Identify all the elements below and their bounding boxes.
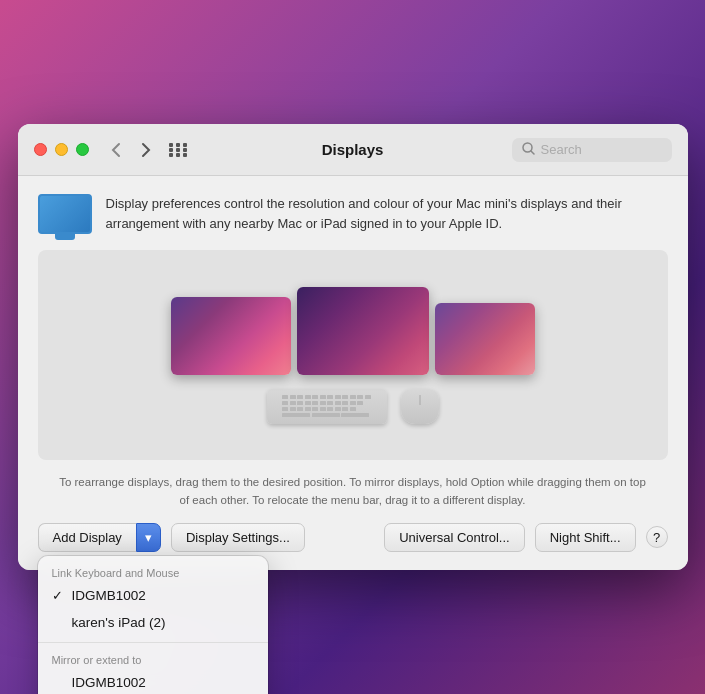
hint-text: To rearrange displays, drag them to the … — [38, 474, 668, 509]
add-display-group: Add Display ▾ Link Keyboard and Mouse ✓ … — [38, 523, 161, 552]
svg-rect-8 — [183, 153, 187, 157]
svg-rect-2 — [183, 143, 187, 147]
svg-rect-6 — [169, 153, 173, 157]
back-button[interactable] — [105, 139, 127, 161]
description-text: Display preferences control the resoluti… — [106, 194, 668, 233]
search-bar[interactable]: Search — [512, 138, 672, 162]
help-button[interactable]: ? — [646, 526, 668, 548]
svg-rect-3 — [169, 148, 173, 152]
forward-button[interactable] — [135, 139, 157, 161]
night-shift-button[interactable]: Night Shift... — [535, 523, 636, 552]
mirror-section: Mirror or extend to IDGMB1002 [LG] webOS… — [38, 642, 268, 694]
display-wallpaper-center — [297, 287, 429, 375]
mouse-icon — [401, 389, 439, 424]
window-title: Displays — [322, 141, 384, 158]
minimize-button[interactable] — [55, 143, 68, 156]
link-item-karens-ipad-2[interactable]: karen's iPad (2) — [38, 609, 268, 636]
mirror-item-idgmb1002[interactable]: IDGMB1002 — [38, 669, 268, 694]
svg-rect-7 — [176, 153, 180, 157]
titlebar: Displays Search — [18, 124, 688, 176]
svg-rect-1 — [176, 143, 180, 147]
add-display-dropdown-button[interactable]: ▾ — [136, 523, 161, 552]
mirror-section-header: Mirror or extend to — [38, 649, 268, 669]
universal-control-button[interactable]: Universal Control... — [384, 523, 525, 552]
check-icon: ✓ — [52, 588, 68, 603]
search-icon — [522, 142, 535, 158]
dropdown-chevron-icon: ▾ — [145, 530, 152, 545]
display-area — [38, 250, 668, 460]
accessories — [267, 389, 439, 424]
display-icon — [38, 194, 92, 234]
displays-container — [171, 287, 535, 375]
display-wallpaper-left — [171, 297, 291, 375]
svg-rect-0 — [169, 143, 173, 147]
traffic-lights — [34, 143, 89, 156]
description-row: Display preferences control the resoluti… — [38, 194, 668, 234]
display-right[interactable] — [435, 303, 535, 375]
bottom-toolbar: Add Display ▾ Link Keyboard and Mouse ✓ … — [38, 523, 668, 552]
link-section-header: Link Keyboard and Mouse — [38, 562, 268, 582]
close-button[interactable] — [34, 143, 47, 156]
nav-buttons — [105, 139, 157, 161]
svg-rect-4 — [176, 148, 180, 152]
svg-rect-5 — [183, 148, 187, 152]
keyboard-icon — [267, 389, 387, 424]
maximize-button[interactable] — [76, 143, 89, 156]
add-display-button[interactable]: Add Display — [38, 523, 136, 552]
link-item-idgmb1002[interactable]: ✓ IDGMB1002 — [38, 582, 268, 609]
content-area: Display preferences control the resoluti… — [18, 176, 688, 570]
display-center[interactable] — [297, 287, 429, 375]
link-section: Link Keyboard and Mouse ✓ IDGMB1002 kare… — [38, 556, 268, 642]
grid-button[interactable] — [165, 137, 191, 163]
main-window: Displays Search Display preferences cont… — [18, 124, 688, 570]
display-left[interactable] — [171, 297, 291, 375]
search-placeholder: Search — [541, 142, 662, 157]
add-display-dropdown-menu: Link Keyboard and Mouse ✓ IDGMB1002 kare… — [38, 556, 268, 694]
display-settings-button[interactable]: Display Settings... — [171, 523, 305, 552]
display-wallpaper-right — [435, 303, 535, 375]
